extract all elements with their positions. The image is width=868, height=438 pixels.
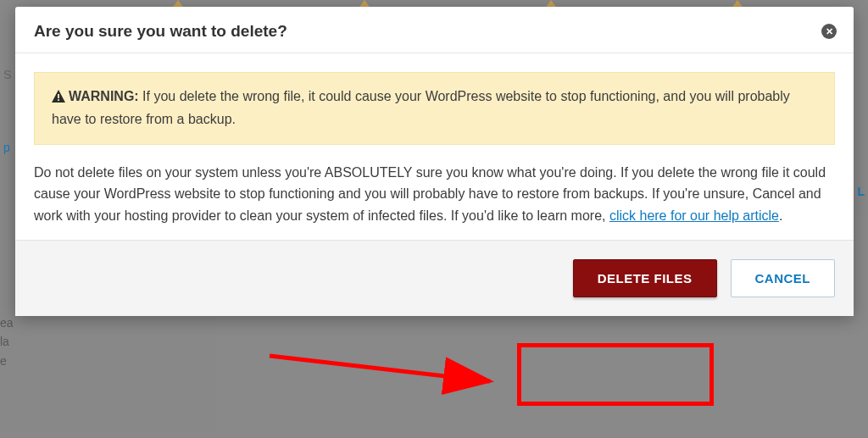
- modal-header: Are you sure you want to delete? ✕: [15, 7, 854, 53]
- modal-body: WARNING: If you delete the wrong file, i…: [15, 53, 854, 240]
- svg-rect-0: [58, 94, 59, 98]
- modal-body-text: Do not delete files on your system unles…: [34, 162, 835, 227]
- warning-icon: [52, 88, 65, 109]
- backdrop-fragment: L: [857, 185, 865, 198]
- modal-title: Are you sure you want to delete?: [34, 22, 287, 41]
- backdrop-fragment: S p: [3, 68, 11, 154]
- warning-label: WARNING:: [69, 89, 139, 103]
- help-article-link[interactable]: click here for our help article: [609, 208, 779, 223]
- confirm-delete-modal: Are you sure you want to delete? ✕ WARNI…: [15, 7, 854, 316]
- backdrop-fragment: ea la e: [0, 313, 14, 370]
- warning-box: WARNING: If you delete the wrong file, i…: [34, 72, 835, 145]
- svg-rect-1: [58, 99, 59, 101]
- close-icon: ✕: [826, 26, 833, 37]
- modal-footer: DELETE FILES CANCEL: [15, 240, 854, 316]
- close-button[interactable]: ✕: [821, 24, 837, 39]
- delete-files-button[interactable]: DELETE FILES: [573, 259, 717, 297]
- cancel-button[interactable]: CANCEL: [731, 259, 836, 297]
- warning-text: If you delete the wrong file, it could c…: [52, 89, 790, 126]
